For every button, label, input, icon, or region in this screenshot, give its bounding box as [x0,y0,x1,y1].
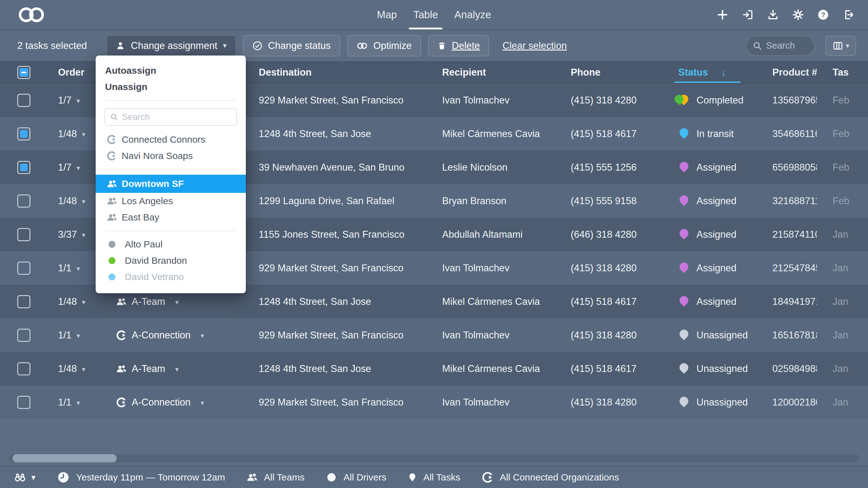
time-range-filter[interactable]: Yesterday 11pm — Tomorrow 12am [57,471,225,484]
assignee-cell[interactable]: A-Connection ▾ [97,397,240,408]
assignee-cell[interactable]: A-Team ▾ [97,296,240,307]
menu-item-driver[interactable]: David Brandon [96,252,246,269]
dropdown-search[interactable] [104,108,237,126]
table-row[interactable]: 1/1▾ A-Connection ▾ 929 Market Street, S… [0,318,868,352]
order-cell[interactable]: 3/37▾ [41,229,97,240]
tab-table-label: Table [413,9,438,21]
import-icon[interactable] [742,9,754,21]
status-label: Assigned [696,296,737,307]
order-cell[interactable]: 1/48▾ [41,195,97,207]
row-checkbox[interactable] [17,94,30,107]
column-header-status[interactable]: Status ↓ [660,62,757,83]
assignee-label: A-Connection [132,330,191,341]
toolbar-right: ▾ [746,36,856,56]
scrollbar-thumb[interactable] [12,454,117,462]
status-pin-icon [678,93,690,105]
search-input[interactable] [766,40,808,51]
row-checkbox[interactable] [17,161,30,174]
tab-table[interactable]: Table [412,0,439,29]
column-header-task[interactable]: Tas [817,67,868,78]
menu-item-team[interactable]: Los Angeles [96,193,246,209]
menu-item-driver[interactable]: David Vetrano [96,269,246,285]
columns-picker-button[interactable]: ▾ [825,36,856,56]
order-cell[interactable]: 1/48▾ [41,128,97,140]
order-value: 1/48 [58,195,77,207]
order-cell[interactable]: 1/1▾ [41,263,97,274]
team-icon [106,196,122,206]
order-cell[interactable]: 1/7▾ [41,95,97,106]
organizations-filter[interactable]: All Connected Organizations [482,471,619,483]
column-header-order[interactable]: Order [41,67,97,78]
order-cell[interactable]: 1/7▾ [41,162,97,173]
row-checkbox[interactable] [17,396,30,409]
phone-cell: (415) 518 4617 [552,128,660,140]
status-label: Assigned [696,195,737,207]
change-status-button[interactable]: Change status [243,35,340,57]
menu-divider [105,169,237,170]
clear-selection-link[interactable]: Clear selection [502,40,567,52]
menu-item-team[interactable]: Downtown SF [96,175,246,193]
menu-item-driver[interactable]: Alto Paul [96,236,246,252]
row-checkbox[interactable] [17,362,30,375]
table-row[interactable]: 1/48▾ A-Team ▾ 1248 4th Street, San Jose… [0,352,868,386]
logout-icon[interactable] [842,9,854,21]
destination-cell: 1299 Laguna Drive, San Rafael [240,195,423,207]
row-checkbox[interactable] [17,329,30,342]
destination-cell: 929 Market Street, San Francisco [240,397,423,408]
horizontal-scrollbar[interactable] [9,454,859,462]
row-checkbox[interactable] [17,127,30,141]
add-icon[interactable] [716,8,729,21]
sort-desc-icon[interactable]: ↓ [721,67,726,78]
menu-item-organization[interactable]: Connected Connors [96,131,246,148]
onfleet-logo-icon[interactable] [16,6,46,23]
order-cell[interactable]: 1/1▾ [41,330,97,341]
assignee-cell[interactable]: A-Team ▾ [97,363,240,374]
order-cell[interactable]: 1/48▾ [41,363,97,374]
status-label: Assigned [696,162,737,173]
row-checkbox[interactable] [17,228,30,241]
chevron-down-icon: ▾ [76,97,80,104]
optimize-label: Optimize [373,40,412,52]
row-checkbox[interactable] [17,262,30,275]
recipient-cell: Mikel Cármenes Cavia [423,128,552,140]
product-cell: 321688711 [757,195,817,207]
optimize-rings-icon [356,42,368,50]
menu-item-organization[interactable]: Navi Nora Soaps [96,148,246,164]
change-status-label: Change status [268,40,331,52]
status-cell: Unassigned [660,352,757,386]
order-cell[interactable]: 1/48▾ [41,296,97,307]
status-cell: Assigned [660,218,757,251]
change-assignment-button[interactable]: Change assignment ▾ [106,35,236,57]
help-icon[interactable]: ? [817,9,829,21]
driver-circle-icon [326,472,337,483]
delete-button[interactable]: Delete [428,35,490,57]
settings-gear-icon[interactable] [792,9,804,21]
table-search[interactable] [746,36,815,56]
row-checkbox[interactable] [17,194,30,208]
row-checkbox[interactable] [17,295,30,308]
person-icon [116,41,125,51]
column-header-destination[interactable]: Destination [240,67,423,78]
tab-analyze[interactable]: Analyze [453,0,492,29]
download-icon[interactable] [767,9,779,21]
recipient-cell: Ivan Tolmachev [423,330,552,341]
tab-map[interactable]: Map [376,0,398,29]
destination-cell: 929 Market Street, San Francisco [240,330,423,341]
tasks-filter[interactable]: All Tasks [408,472,460,483]
recipient-cell: Leslie Nicolson [423,162,552,173]
order-cell[interactable]: 1/1▾ [41,397,97,408]
assignee-cell[interactable]: A-Connection ▾ [97,330,240,341]
drivers-filter[interactable]: All Drivers [326,472,386,483]
column-header-phone[interactable]: Phone [552,67,660,78]
select-all-checkbox[interactable] [17,66,30,79]
teams-filter[interactable]: All Teams [246,472,305,483]
optimize-button[interactable]: Optimize [347,35,421,57]
dropdown-search-input[interactable] [122,112,231,122]
column-header-product[interactable]: Product # [757,67,817,78]
menu-item-unassign[interactable]: Unassign [96,79,246,95]
menu-item-autoassign[interactable]: Autoassign [96,62,246,79]
menu-item-team[interactable]: East Bay [96,209,246,225]
table-row[interactable]: 1/1▾ A-Connection ▾ 929 Market Street, S… [0,386,868,419]
lookup-filter-button[interactable]: ▾ [13,471,35,483]
column-header-recipient[interactable]: Recipient [423,67,552,78]
